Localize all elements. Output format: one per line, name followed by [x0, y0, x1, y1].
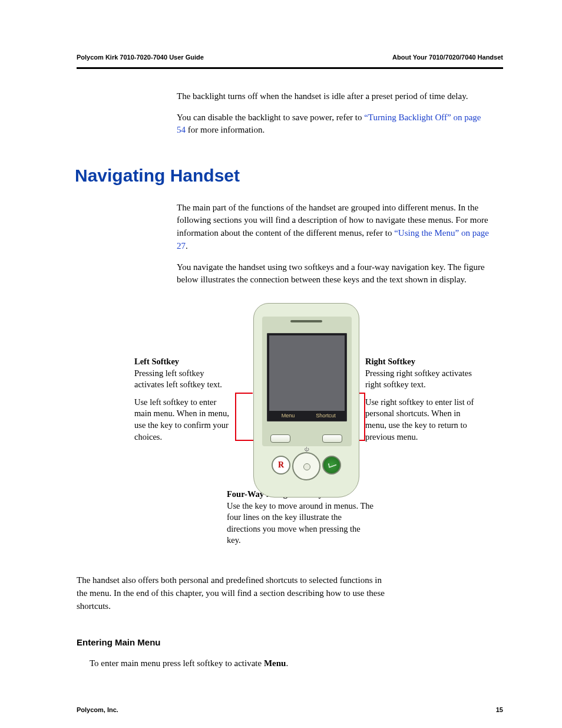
lead-line [235, 393, 253, 394]
after-diagram-body: The handset also offers both personal an… [77, 574, 389, 670]
subsection-entering-main-menu: Entering Main Menu [77, 636, 389, 649]
nav-paragraph-1: The main part of the functions of the ha… [177, 202, 489, 253]
right-softkey-button [322, 434, 342, 443]
r-button: R [272, 456, 290, 475]
right-softkey-title: Right Softkey [365, 357, 415, 366]
lead-line [364, 393, 365, 440]
intro-p2-pre: You can disable the backlight to save po… [177, 113, 364, 122]
nav-key-desc: Use the key to move around in menus. The… [227, 501, 373, 545]
screen-softkey-left: Menu [269, 412, 307, 420]
softkey-bar: Menu Shortcut [269, 412, 345, 420]
intro-p2-post: for more information. [186, 125, 265, 134]
screen-body [269, 335, 345, 411]
screen-softkey-right: Shortcut [307, 412, 345, 420]
right-softkey-p1: Pressing right softkey activates right s… [365, 368, 472, 390]
header-guide-title: Polycom Kirk 7010-7020-7040 User Guide [77, 53, 204, 62]
entering-main-menu-step: To enter main menu press left softkey to… [90, 657, 389, 670]
callout-left-softkey: Left Softkey Pressing left softkey activ… [134, 356, 234, 443]
left-softkey-button [270, 434, 290, 443]
earpiece-icon [290, 320, 322, 322]
nav-paragraph-2: You navigate the handset using two softk… [177, 261, 489, 287]
header-rule [77, 67, 503, 69]
callout-right-softkey: Right Softkey Pressing right softkey act… [365, 356, 483, 443]
handset-screen: Menu Shortcut [267, 333, 347, 421]
left-softkey-p2: Use left softkey to enter main menu. Whe… [134, 397, 234, 443]
handset-diagram: Left Softkey Pressing left softkey activ… [77, 303, 501, 556]
step-post: . [286, 658, 288, 668]
left-softkey-p1: Pressing left softkey activates left sof… [134, 368, 222, 390]
after-diagram-paragraph: The handset also offers both personal an… [77, 574, 389, 612]
four-way-nav-key [292, 452, 320, 480]
handset-illustration: Menu Shortcut ⏻ R [253, 303, 359, 498]
left-softkey-title: Left Softkey [134, 357, 179, 366]
step-menu-bold: Menu [264, 658, 286, 668]
call-button [322, 456, 341, 475]
power-icon: ⏻ [300, 446, 312, 452]
lead-line [235, 393, 236, 440]
right-softkey-p2: Use right softkey to enter list of perso… [365, 397, 483, 443]
intro-paragraph-1: The backlight turns off when the handset… [177, 90, 489, 103]
footer-company: Polycom, Inc. [77, 706, 118, 715]
header-chapter-title: About Your 7010/7020/7040 Handset [392, 53, 503, 62]
body-column: The backlight turns off when the handset… [177, 90, 489, 137]
section-heading-navigating-handset: Navigating Handset [75, 163, 503, 189]
page-footer: Polycom, Inc. 15 [77, 706, 503, 715]
footer-page-number: 15 [496, 706, 503, 715]
nav-p1-post: . [186, 241, 188, 251]
intro-paragraph-2: You can disable the backlight to save po… [177, 111, 489, 137]
nav-body: The main part of the functions of the ha… [177, 202, 489, 287]
page-header: Polycom Kirk 7010-7020-7040 User Guide A… [77, 53, 503, 67]
step-pre: To enter main menu press left softkey to… [90, 658, 264, 668]
